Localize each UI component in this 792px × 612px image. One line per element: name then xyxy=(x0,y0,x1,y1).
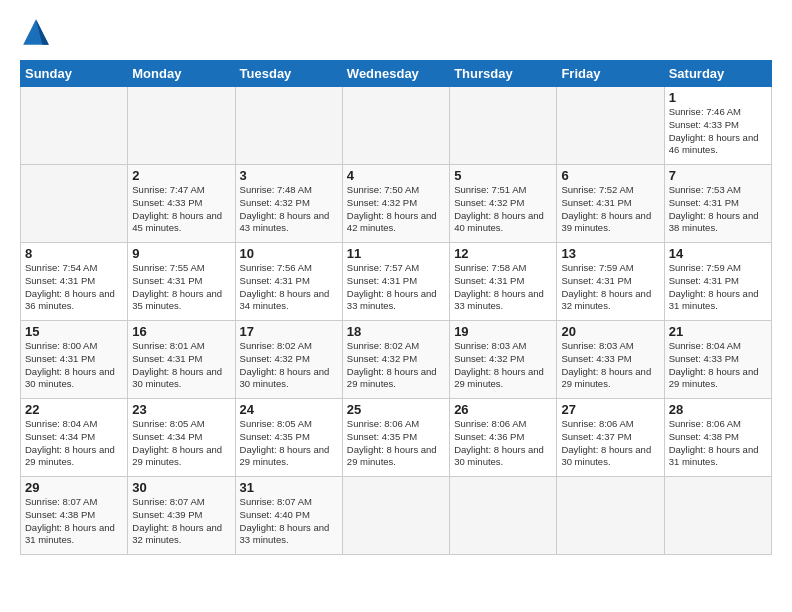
week-row: 29 Sunrise: 8:07 AMSunset: 4:38 PMDaylig… xyxy=(21,477,772,555)
week-row: 2 Sunrise: 7:47 AMSunset: 4:33 PMDayligh… xyxy=(21,165,772,243)
calendar-cell: 9 Sunrise: 7:55 AMSunset: 4:31 PMDayligh… xyxy=(128,243,235,321)
day-number: 13 xyxy=(561,246,659,261)
calendar-cell: 12 Sunrise: 7:58 AMSunset: 4:31 PMDaylig… xyxy=(450,243,557,321)
calendar-table: SundayMondayTuesdayWednesdayThursdayFrid… xyxy=(20,60,772,555)
calendar-cell xyxy=(342,87,449,165)
day-info: Sunrise: 7:48 AMSunset: 4:32 PMDaylight:… xyxy=(240,184,330,233)
day-info: Sunrise: 7:53 AMSunset: 4:31 PMDaylight:… xyxy=(669,184,759,233)
calendar-cell: 11 Sunrise: 7:57 AMSunset: 4:31 PMDaylig… xyxy=(342,243,449,321)
day-info: Sunrise: 8:06 AMSunset: 4:36 PMDaylight:… xyxy=(454,418,544,467)
calendar-cell: 4 Sunrise: 7:50 AMSunset: 4:32 PMDayligh… xyxy=(342,165,449,243)
day-number: 19 xyxy=(454,324,552,339)
day-number: 4 xyxy=(347,168,445,183)
day-number: 10 xyxy=(240,246,338,261)
calendar-cell: 24 Sunrise: 8:05 AMSunset: 4:35 PMDaylig… xyxy=(235,399,342,477)
calendar-cell xyxy=(664,477,771,555)
calendar-cell: 23 Sunrise: 8:05 AMSunset: 4:34 PMDaylig… xyxy=(128,399,235,477)
calendar-cell: 16 Sunrise: 8:01 AMSunset: 4:31 PMDaylig… xyxy=(128,321,235,399)
calendar-cell xyxy=(450,87,557,165)
day-number: 11 xyxy=(347,246,445,261)
header-sunday: Sunday xyxy=(21,61,128,87)
day-number: 2 xyxy=(132,168,230,183)
calendar-cell xyxy=(557,477,664,555)
day-info: Sunrise: 8:03 AMSunset: 4:32 PMDaylight:… xyxy=(454,340,544,389)
calendar-cell: 5 Sunrise: 7:51 AMSunset: 4:32 PMDayligh… xyxy=(450,165,557,243)
day-info: Sunrise: 7:58 AMSunset: 4:31 PMDaylight:… xyxy=(454,262,544,311)
week-row: 22 Sunrise: 8:04 AMSunset: 4:34 PMDaylig… xyxy=(21,399,772,477)
calendar-cell: 19 Sunrise: 8:03 AMSunset: 4:32 PMDaylig… xyxy=(450,321,557,399)
day-number: 17 xyxy=(240,324,338,339)
day-number: 27 xyxy=(561,402,659,417)
day-number: 25 xyxy=(347,402,445,417)
calendar-cell: 15 Sunrise: 8:00 AMSunset: 4:31 PMDaylig… xyxy=(21,321,128,399)
calendar-cell: 25 Sunrise: 8:06 AMSunset: 4:35 PMDaylig… xyxy=(342,399,449,477)
header xyxy=(20,16,772,48)
calendar-cell: 10 Sunrise: 7:56 AMSunset: 4:31 PMDaylig… xyxy=(235,243,342,321)
day-info: Sunrise: 8:06 AMSunset: 4:38 PMDaylight:… xyxy=(669,418,759,467)
day-info: Sunrise: 7:47 AMSunset: 4:33 PMDaylight:… xyxy=(132,184,222,233)
week-row: 15 Sunrise: 8:00 AMSunset: 4:31 PMDaylig… xyxy=(21,321,772,399)
calendar-cell: 1 Sunrise: 7:46 AMSunset: 4:33 PMDayligh… xyxy=(664,87,771,165)
day-number: 26 xyxy=(454,402,552,417)
day-info: Sunrise: 8:05 AMSunset: 4:34 PMDaylight:… xyxy=(132,418,222,467)
calendar-cell: 13 Sunrise: 7:59 AMSunset: 4:31 PMDaylig… xyxy=(557,243,664,321)
calendar-cell: 8 Sunrise: 7:54 AMSunset: 4:31 PMDayligh… xyxy=(21,243,128,321)
calendar-cell xyxy=(450,477,557,555)
day-info: Sunrise: 7:59 AMSunset: 4:31 PMDaylight:… xyxy=(561,262,651,311)
day-number: 7 xyxy=(669,168,767,183)
day-number: 23 xyxy=(132,402,230,417)
calendar-cell: 27 Sunrise: 8:06 AMSunset: 4:37 PMDaylig… xyxy=(557,399,664,477)
day-info: Sunrise: 8:05 AMSunset: 4:35 PMDaylight:… xyxy=(240,418,330,467)
day-info: Sunrise: 8:02 AMSunset: 4:32 PMDaylight:… xyxy=(240,340,330,389)
calendar-cell xyxy=(557,87,664,165)
day-info: Sunrise: 8:02 AMSunset: 4:32 PMDaylight:… xyxy=(347,340,437,389)
day-info: Sunrise: 8:06 AMSunset: 4:37 PMDaylight:… xyxy=(561,418,651,467)
day-info: Sunrise: 7:55 AMSunset: 4:31 PMDaylight:… xyxy=(132,262,222,311)
day-info: Sunrise: 8:04 AMSunset: 4:34 PMDaylight:… xyxy=(25,418,115,467)
day-info: Sunrise: 8:00 AMSunset: 4:31 PMDaylight:… xyxy=(25,340,115,389)
calendar-cell: 2 Sunrise: 7:47 AMSunset: 4:33 PMDayligh… xyxy=(128,165,235,243)
day-number: 8 xyxy=(25,246,123,261)
day-info: Sunrise: 7:51 AMSunset: 4:32 PMDaylight:… xyxy=(454,184,544,233)
day-number: 3 xyxy=(240,168,338,183)
day-number: 12 xyxy=(454,246,552,261)
day-info: Sunrise: 8:03 AMSunset: 4:33 PMDaylight:… xyxy=(561,340,651,389)
day-info: Sunrise: 7:46 AMSunset: 4:33 PMDaylight:… xyxy=(669,106,759,155)
header-saturday: Saturday xyxy=(664,61,771,87)
day-number: 16 xyxy=(132,324,230,339)
calendar-cell: 17 Sunrise: 8:02 AMSunset: 4:32 PMDaylig… xyxy=(235,321,342,399)
header-tuesday: Tuesday xyxy=(235,61,342,87)
day-info: Sunrise: 8:07 AMSunset: 4:40 PMDaylight:… xyxy=(240,496,330,545)
day-info: Sunrise: 7:59 AMSunset: 4:31 PMDaylight:… xyxy=(669,262,759,311)
logo-icon xyxy=(20,16,52,48)
day-number: 30 xyxy=(132,480,230,495)
calendar-cell xyxy=(21,87,128,165)
calendar-cell: 20 Sunrise: 8:03 AMSunset: 4:33 PMDaylig… xyxy=(557,321,664,399)
day-number: 20 xyxy=(561,324,659,339)
logo xyxy=(20,16,56,48)
day-number: 1 xyxy=(669,90,767,105)
day-number: 15 xyxy=(25,324,123,339)
week-row: 8 Sunrise: 7:54 AMSunset: 4:31 PMDayligh… xyxy=(21,243,772,321)
day-number: 31 xyxy=(240,480,338,495)
calendar-cell: 7 Sunrise: 7:53 AMSunset: 4:31 PMDayligh… xyxy=(664,165,771,243)
calendar-cell xyxy=(235,87,342,165)
day-number: 24 xyxy=(240,402,338,417)
day-info: Sunrise: 7:56 AMSunset: 4:31 PMDaylight:… xyxy=(240,262,330,311)
calendar-cell: 14 Sunrise: 7:59 AMSunset: 4:31 PMDaylig… xyxy=(664,243,771,321)
calendar-cell xyxy=(342,477,449,555)
calendar-cell xyxy=(21,165,128,243)
day-info: Sunrise: 8:07 AMSunset: 4:39 PMDaylight:… xyxy=(132,496,222,545)
header-monday: Monday xyxy=(128,61,235,87)
calendar-cell: 28 Sunrise: 8:06 AMSunset: 4:38 PMDaylig… xyxy=(664,399,771,477)
day-info: Sunrise: 8:04 AMSunset: 4:33 PMDaylight:… xyxy=(669,340,759,389)
header-row: SundayMondayTuesdayWednesdayThursdayFrid… xyxy=(21,61,772,87)
calendar-cell: 22 Sunrise: 8:04 AMSunset: 4:34 PMDaylig… xyxy=(21,399,128,477)
calendar-cell: 26 Sunrise: 8:06 AMSunset: 4:36 PMDaylig… xyxy=(450,399,557,477)
day-number: 6 xyxy=(561,168,659,183)
day-info: Sunrise: 8:07 AMSunset: 4:38 PMDaylight:… xyxy=(25,496,115,545)
header-wednesday: Wednesday xyxy=(342,61,449,87)
day-number: 22 xyxy=(25,402,123,417)
calendar-cell: 29 Sunrise: 8:07 AMSunset: 4:38 PMDaylig… xyxy=(21,477,128,555)
day-info: Sunrise: 7:50 AMSunset: 4:32 PMDaylight:… xyxy=(347,184,437,233)
